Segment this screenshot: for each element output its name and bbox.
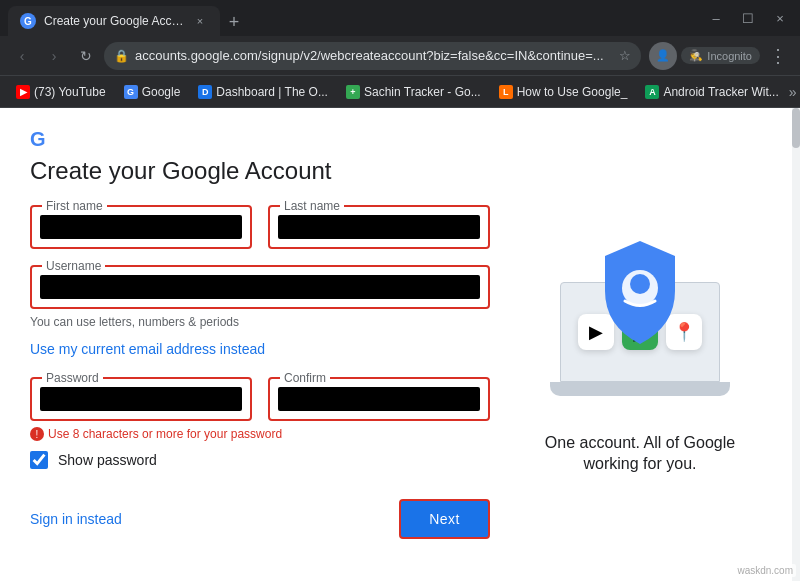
tab-title: Create your Google Account bbox=[44, 14, 184, 28]
username-wrapper: Username bbox=[30, 265, 490, 309]
bookmark-dashboard-favicon: D bbox=[198, 85, 212, 99]
confirm-label: Confirm bbox=[280, 371, 330, 385]
bookmark-android[interactable]: A Android Tracker Wit... bbox=[637, 81, 786, 103]
last-name-wrapper: Last name bbox=[268, 205, 490, 249]
page-inner: G Create your Google Account First name … bbox=[0, 108, 800, 581]
use-email-link[interactable]: Use my current email address instead bbox=[30, 341, 265, 357]
username-redacted bbox=[40, 275, 480, 299]
first-name-redacted bbox=[40, 215, 242, 239]
show-password-label: Show password bbox=[58, 452, 157, 468]
address-text: accounts.google.com/signup/v2/webcreatea… bbox=[135, 48, 613, 63]
bookmarks-more-button[interactable]: » bbox=[789, 82, 797, 102]
scroll-thumb[interactable] bbox=[792, 108, 800, 148]
username-hint: You can use letters, numbers & periods bbox=[30, 315, 490, 329]
form-section: G Create your Google Account First name … bbox=[30, 128, 510, 561]
bookmark-android-favicon: A bbox=[645, 85, 659, 99]
bookmark-google-label: Google bbox=[142, 85, 181, 99]
last-name-group: Last name bbox=[268, 205, 490, 249]
tab-favicon: G bbox=[20, 13, 36, 29]
last-name-label: Last name bbox=[280, 199, 344, 213]
watermark: waskdn.com bbox=[734, 564, 796, 577]
scroll-track[interactable] bbox=[792, 108, 800, 581]
lock-icon: 🔒 bbox=[114, 49, 129, 63]
bookmark-star-icon[interactable]: ☆ bbox=[619, 48, 631, 63]
confirm-wrapper: Confirm bbox=[268, 377, 490, 421]
tab-bar: G Create your Google Account × + bbox=[8, 0, 696, 36]
last-name-redacted bbox=[278, 215, 480, 239]
bookmark-yt-favicon: ▶ bbox=[16, 85, 30, 99]
sign-in-link[interactable]: Sign in instead bbox=[30, 511, 122, 527]
incognito-badge: 🕵 Incognito bbox=[681, 47, 760, 64]
bookmark-sachin-label: Sachin Tracker - Go... bbox=[364, 85, 481, 99]
bookmark-dashboard[interactable]: D Dashboard | The O... bbox=[190, 81, 336, 103]
bookmark-sachin[interactable]: + Sachin Tracker - Go... bbox=[338, 81, 489, 103]
password-label: Password bbox=[42, 371, 103, 385]
illustration-subtitle: working for you. bbox=[584, 455, 697, 473]
first-name-label: First name bbox=[42, 199, 107, 213]
minimize-button[interactable]: – bbox=[704, 6, 728, 30]
tab-close-button[interactable]: × bbox=[192, 13, 208, 29]
new-tab-button[interactable]: + bbox=[220, 8, 248, 36]
title-bar: G Create your Google Account × + – ☐ × bbox=[0, 0, 800, 36]
shield-shape bbox=[595, 236, 685, 346]
shield-illustration: ▶ 💬 📍 bbox=[550, 236, 730, 396]
browser-window: G Create your Google Account × + – ☐ × ‹… bbox=[0, 0, 800, 581]
bookmark-how[interactable]: L How to Use Google_ bbox=[491, 81, 636, 103]
incognito-label: Incognito bbox=[707, 50, 752, 62]
profile-button[interactable]: 👤 bbox=[649, 42, 677, 70]
window-controls: – ☐ × bbox=[704, 6, 792, 30]
password-redacted bbox=[40, 387, 242, 411]
name-row: First name Last name bbox=[30, 205, 490, 249]
confirm-redacted bbox=[278, 387, 480, 411]
username-label: Username bbox=[42, 259, 105, 273]
reload-button[interactable]: ↻ bbox=[72, 42, 100, 70]
bookmarks-bar: ▶ (73) YouTube G Google D Dashboard | Th… bbox=[0, 76, 800, 108]
password-wrapper: Password bbox=[30, 377, 252, 421]
bookmark-android-label: Android Tracker Wit... bbox=[663, 85, 778, 99]
illustration-section: ▶ 💬 📍 One bbox=[510, 128, 770, 561]
password-error-text: Use 8 characters or more for your passwo… bbox=[48, 427, 282, 441]
bookmark-youtube[interactable]: ▶ (73) YouTube bbox=[8, 81, 114, 103]
svg-point-1 bbox=[630, 274, 650, 294]
active-tab[interactable]: G Create your Google Account × bbox=[8, 6, 220, 36]
bookmark-google-favicon: G bbox=[124, 85, 138, 99]
nav-bar: ‹ › ↻ 🔒 accounts.google.com/signup/v2/we… bbox=[0, 36, 800, 76]
show-password-row: Show password bbox=[30, 451, 490, 469]
back-button[interactable]: ‹ bbox=[8, 42, 36, 70]
shield-svg bbox=[595, 236, 685, 346]
first-name-group: First name bbox=[30, 205, 252, 249]
forward-button[interactable]: › bbox=[40, 42, 68, 70]
bookmark-yt-label: (73) YouTube bbox=[34, 85, 106, 99]
window-close-button[interactable]: × bbox=[768, 6, 792, 30]
username-group: Username You can use letters, numbers & … bbox=[30, 265, 490, 329]
bookmark-sachin-favicon: + bbox=[346, 85, 360, 99]
password-row: Password Confirm bbox=[30, 377, 490, 421]
page-title: Create your Google Account bbox=[30, 157, 490, 185]
laptop-base bbox=[550, 382, 730, 396]
confirm-group: Confirm bbox=[268, 377, 490, 421]
google-g-logo: G bbox=[30, 128, 490, 151]
more-options-button[interactable]: ⋮ bbox=[764, 42, 792, 70]
first-name-wrapper: First name bbox=[30, 205, 252, 249]
address-icons: ☆ bbox=[619, 48, 631, 63]
password-error: ! Use 8 characters or more for your pass… bbox=[30, 427, 490, 441]
page-content: G Create your Google Account First name … bbox=[0, 108, 800, 581]
bookmark-dashboard-label: Dashboard | The O... bbox=[216, 85, 328, 99]
password-group: Password bbox=[30, 377, 252, 421]
address-bar[interactable]: 🔒 accounts.google.com/signup/v2/webcreat… bbox=[104, 42, 641, 70]
error-icon: ! bbox=[30, 427, 44, 441]
illustration-title: One account. All of Google bbox=[545, 432, 735, 454]
bookmark-how-favicon: L bbox=[499, 85, 513, 99]
bottom-row: Sign in instead Next bbox=[30, 499, 490, 539]
bookmark-google[interactable]: G Google bbox=[116, 81, 189, 103]
show-password-checkbox[interactable] bbox=[30, 451, 48, 469]
maximize-button[interactable]: ☐ bbox=[736, 6, 760, 30]
bookmark-how-label: How to Use Google_ bbox=[517, 85, 628, 99]
incognito-icon: 🕵 bbox=[689, 49, 703, 62]
next-button[interactable]: Next bbox=[399, 499, 490, 539]
